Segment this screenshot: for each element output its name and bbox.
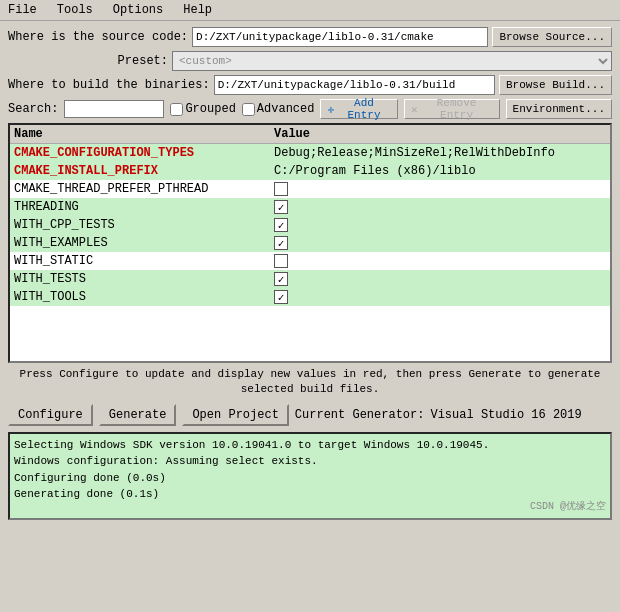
log-line: Windows configuration: Assuming select e… <box>14 453 606 470</box>
search-row: Search: Grouped Advanced ✛ Add Entry ✕ R… <box>8 99 612 119</box>
add-entry-label: Add Entry <box>337 97 391 121</box>
watermark: CSDN @优缘之空 <box>530 499 606 514</box>
row-name: WITH_STATIC <box>14 254 274 268</box>
search-input[interactable] <box>64 100 164 118</box>
row-name: WITH_EXAMPLES <box>14 236 274 250</box>
table-header: Name Value <box>10 125 610 144</box>
table-row[interactable]: WITH_TESTS <box>10 270 610 288</box>
browse-build-button[interactable]: Browse Build... <box>499 75 612 95</box>
table-body: CMAKE_CONFIGURATION_TYPESDebug;Release;M… <box>10 144 610 306</box>
table-row[interactable]: WITH_STATIC <box>10 252 610 270</box>
configure-button[interactable]: Configure <box>8 404 93 426</box>
row-value <box>274 182 606 196</box>
build-input[interactable] <box>214 75 495 95</box>
environment-button[interactable]: Environment... <box>506 99 612 119</box>
menu-options[interactable]: Options <box>109 2 167 18</box>
log-area: Selecting Windows SDK version 10.0.19041… <box>8 432 612 520</box>
menu-file[interactable]: File <box>4 2 41 18</box>
grouped-label: Grouped <box>185 102 235 116</box>
row-value <box>274 290 606 304</box>
preset-label: Preset: <box>8 54 168 68</box>
grouped-checkbox[interactable] <box>170 103 183 116</box>
source-label: Where is the source code: <box>8 30 188 44</box>
plus-icon: ✛ <box>327 103 334 116</box>
cross-icon: ✕ <box>411 103 418 116</box>
build-label: Where to build the binaries: <box>8 78 210 92</box>
build-row: Where to build the binaries: Browse Buil… <box>8 75 612 95</box>
table-row[interactable]: WITH_TOOLS <box>10 288 610 306</box>
source-input[interactable] <box>192 27 488 47</box>
row-value <box>274 200 606 214</box>
table-row[interactable]: WITH_EXAMPLES <box>10 234 610 252</box>
generator-prefix: Current Generator: <box>295 408 425 422</box>
row-value <box>274 272 606 286</box>
remove-entry-button[interactable]: ✕ Remove Entry <box>404 99 500 119</box>
cmake-table: Name Value CMAKE_CONFIGURATION_TYPESDebu… <box>8 123 612 363</box>
row-checkbox[interactable] <box>274 200 288 214</box>
row-value <box>274 218 606 232</box>
main-content: Where is the source code: Browse Source.… <box>0 21 620 526</box>
open-project-button[interactable]: Open Project <box>182 404 288 426</box>
grouped-checkbox-label[interactable]: Grouped <box>170 102 235 116</box>
add-entry-button[interactable]: ✛ Add Entry <box>320 99 397 119</box>
info-text: Press Configure to update and display ne… <box>8 367 612 398</box>
browse-source-button[interactable]: Browse Source... <box>492 27 612 47</box>
row-name: WITH_TESTS <box>14 272 274 286</box>
row-checkbox[interactable] <box>274 254 288 268</box>
row-name: WITH_TOOLS <box>14 290 274 304</box>
row-checkbox[interactable] <box>274 182 288 196</box>
table-row[interactable]: CMAKE_THREAD_PREFER_PTHREAD <box>10 180 610 198</box>
menubar: File Tools Options Help <box>0 0 620 21</box>
row-name: CMAKE_THREAD_PREFER_PTHREAD <box>14 182 274 196</box>
row-name: WITH_CPP_TESTS <box>14 218 274 232</box>
menu-tools[interactable]: Tools <box>53 2 97 18</box>
log-line: Configuring done (0.0s) <box>14 470 606 487</box>
preset-select[interactable]: <custom> <box>172 51 612 71</box>
row-name: THREADING <box>14 200 274 214</box>
bottom-buttons: Configure Generate Open Project Current … <box>8 402 612 428</box>
header-value: Value <box>274 127 310 141</box>
row-value: C:/Program Files (x86)/liblo <box>274 164 606 178</box>
row-name: CMAKE_CONFIGURATION_TYPES <box>14 146 274 160</box>
generator-value: Visual Studio 16 2019 <box>430 408 581 422</box>
table-row[interactable]: WITH_CPP_TESTS <box>10 216 610 234</box>
advanced-checkbox[interactable] <box>242 103 255 116</box>
table-row[interactable]: THREADING <box>10 198 610 216</box>
table-row[interactable]: CMAKE_INSTALL_PREFIXC:/Program Files (x8… <box>10 162 610 180</box>
generate-button[interactable]: Generate <box>99 404 177 426</box>
log-line: Selecting Windows SDK version 10.0.19041… <box>14 437 606 454</box>
preset-row: Preset: <custom> <box>8 51 612 71</box>
advanced-checkbox-label[interactable]: Advanced <box>242 102 315 116</box>
row-checkbox[interactable] <box>274 218 288 232</box>
row-value <box>274 236 606 250</box>
remove-entry-label: Remove Entry <box>421 97 493 121</box>
search-label: Search: <box>8 102 58 116</box>
row-checkbox[interactable] <box>274 236 288 250</box>
menu-help[interactable]: Help <box>179 2 216 18</box>
row-value: Debug;Release;MinSizeRel;RelWithDebInfo <box>274 146 606 160</box>
table-row[interactable]: CMAKE_CONFIGURATION_TYPESDebug;Release;M… <box>10 144 610 162</box>
row-value <box>274 254 606 268</box>
log-lines: Selecting Windows SDK version 10.0.19041… <box>14 437 606 503</box>
advanced-label: Advanced <box>257 102 315 116</box>
row-checkbox[interactable] <box>274 290 288 304</box>
row-checkbox[interactable] <box>274 272 288 286</box>
source-row: Where is the source code: Browse Source.… <box>8 27 612 47</box>
log-line: Generating done (0.1s) <box>14 486 606 503</box>
header-name: Name <box>14 127 274 141</box>
row-name: CMAKE_INSTALL_PREFIX <box>14 164 274 178</box>
